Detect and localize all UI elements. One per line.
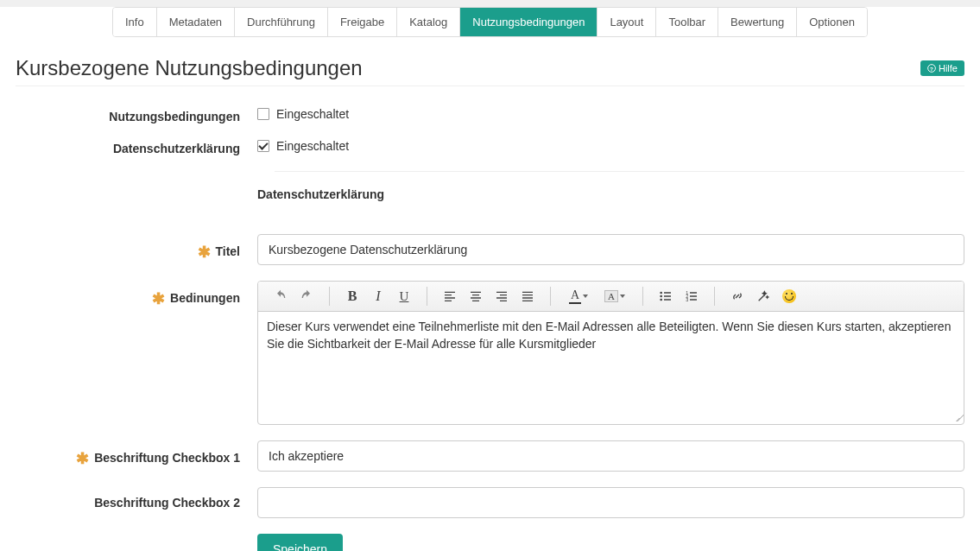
bg-color-button[interactable]: A (597, 285, 632, 307)
italic-button[interactable]: I (366, 285, 390, 307)
title-input[interactable] (257, 234, 964, 265)
tab-layout[interactable]: Layout (597, 8, 656, 36)
tabs-container: InfoMetadatenDurchführungFreigabeKatalog… (0, 7, 980, 37)
help-label: Hilfe (939, 63, 958, 73)
cb2-input[interactable] (257, 487, 964, 518)
numbered-list-icon: 123 (685, 289, 699, 303)
terms-checkbox-holder[interactable]: Eingeschaltet (257, 107, 349, 121)
tab-freigabe[interactable]: Freigabe (328, 8, 397, 36)
numbered-list-button[interactable]: 123 (680, 285, 704, 307)
tab-metadaten[interactable]: Metadaten (157, 8, 235, 36)
bullet-list-button[interactable] (654, 285, 678, 307)
row-section-heading: Datenschutzerklärung (16, 187, 964, 218)
row-conditions: ✱ Bedinungen B I U (16, 281, 964, 425)
tab-durchführung[interactable]: Durchführung (235, 8, 328, 36)
resize-handle[interactable] (952, 412, 962, 422)
help-icon: ? (927, 64, 936, 73)
tab-optionen[interactable]: Optionen (797, 8, 867, 36)
align-justify-icon (521, 289, 534, 303)
redo-button[interactable] (294, 285, 319, 307)
row-title: ✱ Titel (16, 234, 964, 265)
link-button[interactable] (725, 285, 749, 307)
tab-toolbar[interactable]: Toolbar (656, 8, 718, 36)
svg-text:?: ? (930, 66, 933, 72)
section-divider (275, 171, 964, 172)
editor-content[interactable]: Dieser Kurs verwendet eine Teilnehmerlis… (258, 312, 964, 424)
label-privacy: Datenschutzerklärung (16, 139, 257, 155)
chevron-down-icon (620, 294, 625, 298)
tab-katalog[interactable]: Katalog (397, 8, 460, 36)
terms-checkbox[interactable] (257, 108, 269, 120)
undo-icon (274, 289, 288, 303)
label-terms: Nutzungsbedingungen (16, 107, 257, 124)
row-privacy: Datenschutzerklärung Eingeschaltet (16, 139, 964, 155)
header-row: Kursbezogene Nutzungsbedingungen ? Hilfe (16, 56, 964, 80)
align-right-icon (495, 289, 509, 303)
svg-text:3: 3 (686, 297, 688, 302)
align-right-button[interactable] (490, 285, 514, 307)
chevron-down-icon (583, 294, 588, 298)
remove-format-button[interactable] (751, 285, 775, 307)
save-button[interactable]: Speichern (257, 534, 343, 551)
tab-nutzungsbedingungen[interactable]: Nutzungsbedingungen (460, 8, 597, 36)
page-title: Kursbezogene Nutzungsbedingungen (16, 56, 363, 80)
svg-point-2 (660, 292, 662, 294)
terms-checkbox-label: Eingeschaltet (276, 107, 349, 121)
rich-editor: B I U A A (257, 281, 964, 425)
cb1-input[interactable] (257, 440, 964, 472)
undo-button[interactable] (269, 285, 293, 307)
row-save: Speichern (16, 534, 964, 551)
title-divider (16, 86, 964, 86)
required-icon: ✱ (76, 450, 89, 467)
svg-point-3 (660, 295, 662, 298)
label-cb2: Beschriftung Checkbox 2 (94, 496, 240, 510)
align-center-button[interactable] (464, 285, 488, 307)
smiley-icon (782, 289, 796, 303)
section-heading: Datenschutzerklärung (257, 187, 964, 201)
align-left-button[interactable] (438, 285, 462, 307)
label-title: Titel (215, 244, 240, 258)
privacy-checkbox-label: Eingeschaltet (276, 139, 349, 153)
underline-button[interactable]: U (392, 285, 416, 307)
required-icon: ✱ (198, 244, 211, 261)
required-icon: ✱ (152, 290, 165, 307)
tab-bewertung[interactable]: Bewertung (718, 8, 797, 36)
align-center-icon (469, 289, 483, 303)
font-color-button[interactable]: A (561, 285, 596, 307)
editor-toolbar: B I U A A (258, 282, 964, 312)
align-left-icon (443, 289, 457, 303)
row-cb2: Beschriftung Checkbox 2 (16, 487, 964, 518)
content-area: Kursbezogene Nutzungsbedingungen ? Hilfe… (0, 37, 980, 551)
privacy-checkbox-holder[interactable]: Eingeschaltet (257, 139, 349, 153)
row-cb1: ✱ Beschriftung Checkbox 1 (16, 440, 964, 472)
magic-wand-icon (756, 289, 770, 303)
link-icon (730, 289, 744, 303)
top-strip (0, 0, 980, 7)
align-justify-button[interactable] (515, 285, 540, 307)
privacy-checkbox[interactable] (257, 140, 269, 152)
label-conditions: Bedinungen (170, 291, 240, 305)
bold-button[interactable]: B (340, 285, 364, 307)
svg-point-4 (660, 299, 662, 301)
redo-icon (300, 289, 313, 303)
help-button[interactable]: ? Hilfe (920, 60, 964, 76)
bullet-list-icon (659, 289, 673, 303)
label-cb1: Beschriftung Checkbox 1 (94, 451, 240, 465)
tabs: InfoMetadatenDurchführungFreigabeKatalog… (112, 7, 868, 37)
tab-info[interactable]: Info (113, 8, 157, 36)
emoji-button[interactable] (777, 285, 801, 307)
row-terms: Nutzungsbedingungen Eingeschaltet (16, 107, 964, 124)
